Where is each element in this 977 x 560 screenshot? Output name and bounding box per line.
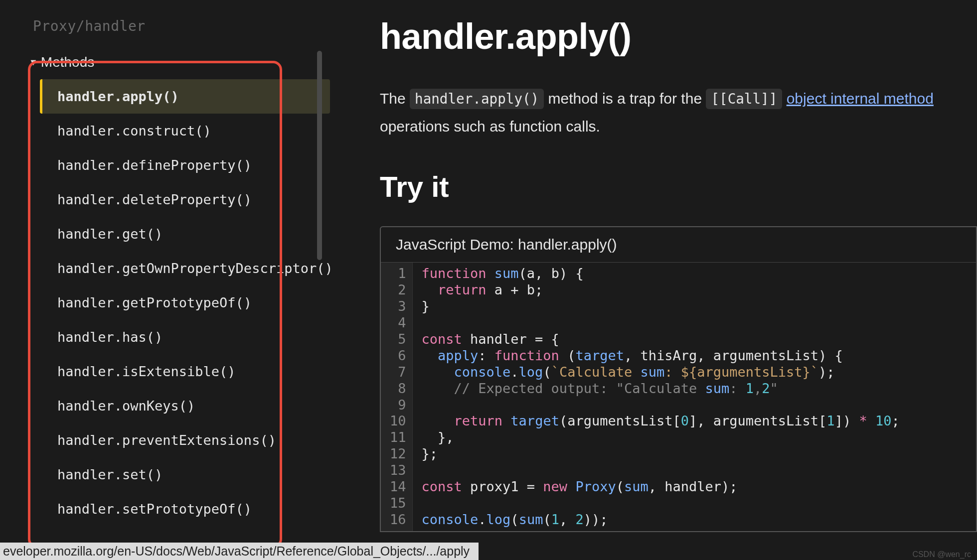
sidebar-item[interactable]: handler.getPrototypeOf()	[40, 285, 330, 320]
main-content: handler.apply() The handler.apply() meth…	[330, 0, 977, 560]
code-content[interactable]: function sum(a, b) { return a + b;} cons…	[413, 263, 909, 531]
inline-code: [[Call]]	[706, 89, 782, 109]
scrollbar[interactable]	[317, 51, 322, 260]
sidebar-item[interactable]: handler.has()	[40, 320, 330, 354]
sidebar: Proxy/handler ▼ Methods handler.apply()h…	[0, 0, 330, 560]
sidebar-item[interactable]: handler.isExtensible()	[40, 354, 330, 389]
methods-list: handler.apply()handler.construct()handle…	[29, 79, 330, 526]
sidebar-item[interactable]: handler.getOwnPropertyDescriptor()	[40, 251, 330, 285]
tryit-heading: Try it	[380, 170, 977, 203]
breadcrumb[interactable]: Proxy/handler	[29, 0, 330, 49]
triangle-down-icon: ▼	[29, 57, 38, 68]
sidebar-item[interactable]: handler.setPrototypeOf()	[40, 492, 330, 526]
lead-paragraph: The handler.apply() method is a trap for…	[380, 85, 977, 140]
object-internal-method-link[interactable]: object internal method	[787, 90, 934, 107]
section-label: Methods	[41, 54, 94, 70]
code-editor[interactable]: 12345678910111213141516 function sum(a, …	[381, 263, 976, 531]
inline-code: handler.apply()	[410, 89, 544, 109]
demo-box: JavaScript Demo: handler.apply() 1234567…	[380, 226, 977, 532]
text: The	[380, 90, 410, 107]
text: operations such as function calls.	[380, 118, 600, 135]
sidebar-item[interactable]: handler.set()	[40, 457, 330, 492]
watermark: CSDN @wen_rc	[912, 550, 971, 559]
sidebar-item[interactable]: handler.apply()	[40, 79, 330, 114]
sidebar-item[interactable]: handler.get()	[40, 217, 330, 251]
line-gutter: 12345678910111213141516	[381, 263, 413, 531]
sidebar-item[interactable]: handler.ownKeys()	[40, 389, 330, 423]
sidebar-item[interactable]: handler.deleteProperty()	[40, 182, 330, 217]
demo-title: JavaScript Demo: handler.apply()	[381, 227, 976, 263]
status-bar: eveloper.mozilla.org/en-US/docs/Web/Java…	[0, 543, 479, 560]
sidebar-item[interactable]: handler.construct()	[40, 114, 330, 148]
sidebar-item[interactable]: handler.defineProperty()	[40, 148, 330, 182]
sidebar-item[interactable]: handler.preventExtensions()	[40, 423, 330, 457]
page-title: handler.apply()	[380, 16, 977, 57]
text: method is a trap for the	[544, 90, 706, 107]
sidebar-section-methods[interactable]: ▼ Methods	[29, 49, 330, 79]
